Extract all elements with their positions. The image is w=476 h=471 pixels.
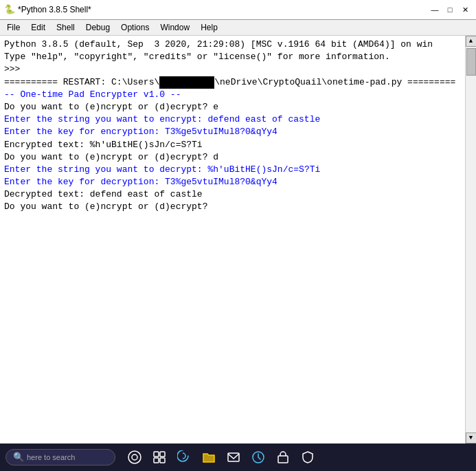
taskbar: 🔍 here to search (0, 443, 476, 471)
menu-help[interactable]: Help (195, 21, 223, 34)
window-icon: 🐍 (4, 4, 15, 15)
shell-line-prompt1: Do you want to (e)ncrypt or (d)ecrypt? e (4, 101, 461, 113)
title-bar: 🐍 *Python 3.8.5 Shell* — □ ✕ (0, 0, 476, 20)
shell-line-encrypt-input: Enter the string you want to encrypt: de… (4, 113, 461, 126)
task-view-icon (152, 450, 166, 464)
shell-line-prompt3: Do you want to (e)ncrypt or (d)ecrypt? (4, 201, 461, 213)
mail-taskbar-icon[interactable] (224, 448, 243, 467)
menu-bar: File Edit Shell Debug Options Window Hel… (0, 20, 476, 36)
shell-line-restart: ========== RESTART: C:\Users\You\neDrive… (4, 76, 461, 89)
security-taskbar-icon[interactable] (298, 448, 317, 467)
task-view-taskbar-icon[interactable] (150, 448, 169, 467)
shell-line-1: Python 3.8.5 (default, Sep 3 2020, 21:29… (4, 39, 461, 51)
shell-line-2: Type "help", "copyright", "credits" or "… (4, 51, 461, 63)
clock-icon (251, 450, 265, 464)
menu-shell[interactable]: Shell (51, 21, 80, 34)
folder-icon (202, 450, 216, 464)
svg-point-1 (132, 454, 137, 460)
shell-line-decrypt-key: Enter the key for decryption: T3%ge5vtuI… (4, 176, 461, 188)
maximize-button[interactable]: □ (443, 3, 457, 17)
store-taskbar-icon[interactable] (273, 448, 293, 467)
svg-rect-6 (228, 453, 239, 461)
clock-taskbar-icon[interactable] (249, 448, 268, 467)
svg-rect-3 (160, 452, 165, 457)
shell-wrapper: Python 3.8.5 (default, Sep 3 2020, 21:29… (0, 36, 476, 443)
mail-icon (227, 450, 240, 464)
minimize-button[interactable]: — (428, 3, 442, 17)
shell-line-decrypt-input: Enter the string you want to decrypt: %h… (4, 164, 461, 176)
decrypt-string-value: %h'uBitHE()sJn/c=S?Ti (207, 164, 320, 175)
window-title: *Python 3.8.5 Shell* (18, 5, 91, 14)
svg-rect-5 (160, 458, 165, 463)
shell-line-prompt2: Do you want to (e)ncrypt or (d)ecrypt? d (4, 151, 461, 164)
scroll-down-arrow[interactable]: ▼ (466, 432, 477, 443)
shell-line-key-input: Enter the key for encryption: T3%ge5vtuI… (4, 126, 461, 138)
svg-point-0 (128, 451, 141, 463)
menu-options[interactable]: Options (115, 21, 155, 34)
shell-line-decrypted: Decrypted text: defend east of castle (4, 188, 461, 201)
store-icon (276, 450, 290, 464)
shell-output[interactable]: Python 3.8.5 (default, Sep 3 2020, 21:29… (0, 36, 465, 443)
menu-edit[interactable]: Edit (25, 21, 51, 34)
menu-file[interactable]: File (1, 21, 25, 34)
shell-line-3: >>> (4, 63, 461, 76)
shell-line-encrypted: Encrypted text: %h'uBitHE()sJn/c=S?Ti (4, 139, 461, 151)
taskbar-search[interactable]: 🔍 here to search (5, 449, 115, 465)
taskbar-icons (125, 448, 317, 467)
scrollbar[interactable]: ▲ ▼ (465, 36, 476, 443)
svg-rect-4 (154, 458, 159, 463)
search-circle-icon (128, 450, 141, 464)
edge-taskbar-icon[interactable] (174, 448, 194, 467)
menu-debug[interactable]: Debug (80, 21, 115, 34)
menu-window[interactable]: Window (155, 21, 195, 34)
edge-icon (177, 450, 191, 464)
svg-rect-8 (278, 456, 288, 463)
shield-icon (301, 450, 315, 464)
explorer-taskbar-icon[interactable] (199, 448, 218, 467)
close-button[interactable]: ✕ (458, 3, 472, 17)
redacted-username: You (159, 76, 214, 89)
taskbar-search-label[interactable]: here to search (27, 453, 75, 461)
shell-line-title: -- One-time Pad Encrypter v1.0 -- (4, 89, 461, 101)
search-taskbar-icon[interactable] (125, 448, 144, 467)
window-controls: — □ ✕ (428, 3, 472, 17)
search-icon: 🔍 (13, 452, 24, 463)
scroll-up-arrow[interactable]: ▲ (466, 36, 477, 47)
scroll-thumb[interactable] (466, 48, 476, 76)
svg-rect-2 (154, 452, 159, 457)
